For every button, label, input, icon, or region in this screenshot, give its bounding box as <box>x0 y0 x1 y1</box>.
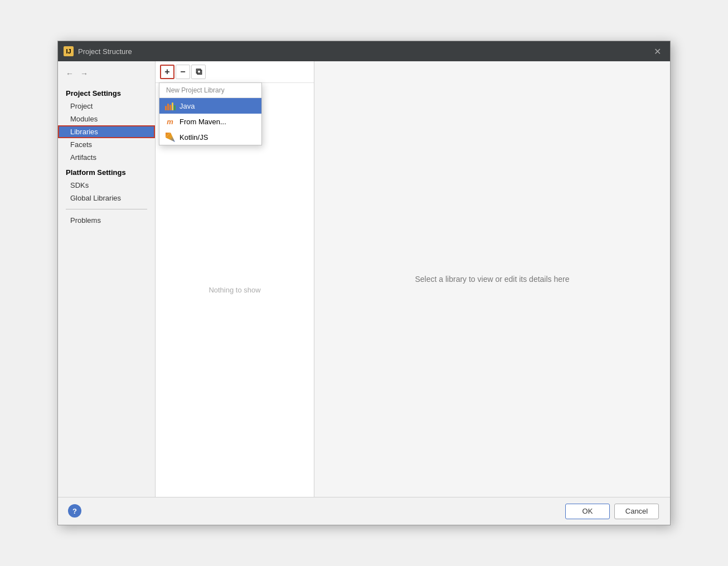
platform-settings-header: Platform Settings <box>58 164 155 179</box>
help-button[interactable]: ? <box>68 504 81 518</box>
app-icon-label: IJ <box>66 48 71 55</box>
remove-button[interactable]: − <box>176 65 190 79</box>
dropdown-menu: New Project Library <box>159 82 262 145</box>
sidebar: ← → Project Settings Project Modules Lib… <box>58 61 156 497</box>
sidebar-item-sdks[interactable]: SDKs <box>58 179 155 192</box>
sidebar-item-modules[interactable]: Modules <box>58 113 155 125</box>
toolbar: + − ⧉ New Project Library <box>156 61 314 83</box>
dropdown-item-java[interactable]: Java <box>159 98 261 114</box>
left-panel: + − ⧉ New Project Library <box>156 61 314 497</box>
dropdown-item-maven[interactable]: m From Maven... <box>159 114 261 129</box>
kotlin-icon <box>165 132 175 142</box>
project-settings-header: Project Settings <box>58 85 155 100</box>
content-row: + − ⧉ New Project Library <box>156 61 670 497</box>
dropdown-item-maven-label: From Maven... <box>179 118 226 126</box>
dialog-title: Project Structure <box>78 47 132 56</box>
sidebar-item-project[interactable]: Project <box>58 100 155 113</box>
title-bar: IJ Project Structure ✕ <box>58 41 670 61</box>
nav-back-forward: ← → <box>58 68 155 85</box>
add-button[interactable]: + <box>160 65 174 79</box>
title-bar-left: IJ Project Structure <box>64 46 132 56</box>
sidebar-item-libraries[interactable]: Libraries <box>58 125 155 138</box>
dialog-body: ← → Project Settings Project Modules Lib… <box>58 61 670 497</box>
sidebar-item-global-libraries[interactable]: Global Libraries <box>58 192 155 204</box>
nav-forward-button[interactable]: → <box>78 68 90 79</box>
right-panel: Select a library to view or edit its det… <box>314 61 670 497</box>
dropdown-header: New Project Library <box>159 83 261 98</box>
app-icon: IJ <box>64 46 74 56</box>
sidebar-item-problems[interactable]: Problems <box>58 214 155 227</box>
bottom-bar: ? OK Cancel <box>58 497 670 525</box>
maven-icon: m <box>165 116 175 126</box>
sidebar-item-artifacts[interactable]: Artifacts <box>58 151 155 164</box>
copy-button[interactable]: ⧉ <box>191 65 206 79</box>
ok-button[interactable]: OK <box>565 504 610 519</box>
right-panel-placeholder: Select a library to view or edit its det… <box>415 275 569 284</box>
dropdown-item-kotlin-label: Kotlin/JS <box>179 133 208 142</box>
sidebar-divider <box>66 209 147 209</box>
dropdown-item-java-label: Java <box>179 102 195 110</box>
main-area: + − ⧉ New Project Library <box>156 61 670 497</box>
cancel-button[interactable]: Cancel <box>614 504 659 519</box>
nav-back-button[interactable]: ← <box>64 68 76 79</box>
project-structure-dialog: IJ Project Structure ✕ ← → Project Setti… <box>57 41 671 525</box>
dropdown-item-kotlin[interactable]: Kotlin/JS <box>159 129 261 145</box>
java-icon <box>165 101 175 111</box>
close-button[interactable]: ✕ <box>651 45 664 58</box>
sidebar-item-facets[interactable]: Facets <box>58 138 155 151</box>
